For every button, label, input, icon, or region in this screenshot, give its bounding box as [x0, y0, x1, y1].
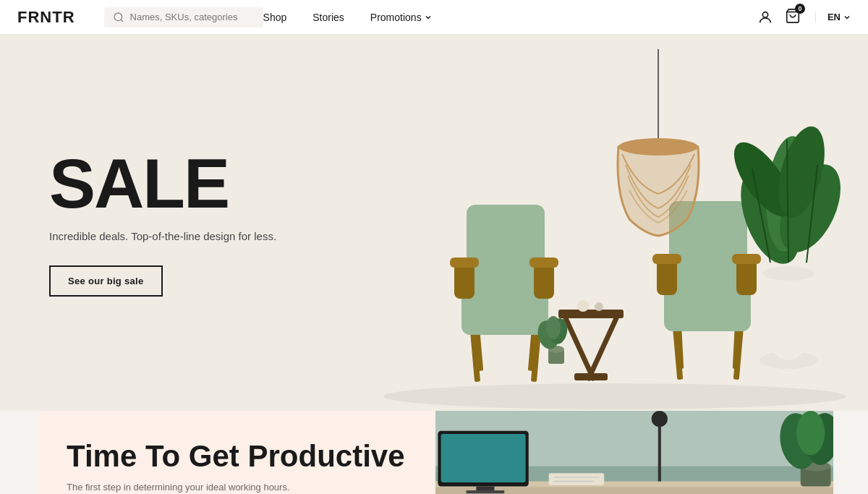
- promo-title: Time To Get Productive: [67, 440, 407, 473]
- search-input[interactable]: [130, 12, 255, 22]
- svg-point-51: [546, 316, 561, 339]
- svg-point-0: [114, 13, 122, 21]
- svg-line-18: [566, 318, 593, 378]
- hero-content: SALE Incredible deals. Top-of-the-line d…: [49, 149, 276, 297]
- svg-rect-16: [529, 257, 558, 268]
- nav-shop[interactable]: Shop: [263, 12, 287, 23]
- svg-rect-57: [441, 434, 526, 482]
- svg-rect-31: [657, 259, 677, 295]
- svg-point-21: [577, 300, 589, 312]
- nav-promotions[interactable]: Promotions: [370, 12, 432, 23]
- hero-image: [362, 35, 868, 411]
- svg-rect-12: [467, 205, 545, 223]
- cart-wrapper[interactable]: 0: [785, 8, 801, 27]
- promo-description: The first step in determining your ideal…: [67, 482, 407, 493]
- search-bar[interactable]: [104, 7, 263, 27]
- main-nav: Shop Stories Promotions: [263, 12, 757, 23]
- promo-image: [435, 411, 833, 494]
- svg-line-19: [589, 318, 616, 378]
- svg-rect-17: [558, 310, 624, 318]
- svg-rect-20: [574, 373, 608, 380]
- site-logo[interactable]: FRNTR: [17, 8, 75, 27]
- svg-rect-59: [466, 490, 504, 493]
- hero-cta-button[interactable]: See our big sale: [49, 265, 163, 297]
- promo-image-placeholder: [435, 411, 833, 494]
- svg-rect-32: [736, 259, 757, 295]
- cart-badge: 0: [795, 4, 805, 14]
- svg-rect-15: [450, 257, 479, 268]
- promo-section: Time To Get Productive The first step in…: [38, 411, 833, 494]
- lang-selector[interactable]: EN: [815, 12, 851, 22]
- hero-title: SALE: [49, 149, 276, 218]
- hero-section: SALE Incredible deals. Top-of-the-line d…: [0, 35, 868, 411]
- furniture-illustration: [369, 49, 861, 411]
- svg-point-2: [762, 12, 767, 17]
- svg-point-66: [796, 411, 825, 455]
- promo-section-wrapper: Time To Get Productive The first step in…: [0, 411, 868, 494]
- nav-stories[interactable]: Stories: [312, 12, 344, 23]
- svg-point-61: [652, 411, 668, 427]
- svg-rect-34: [732, 254, 761, 264]
- svg-rect-67: [549, 473, 605, 485]
- svg-line-1: [121, 20, 123, 22]
- svg-rect-13: [454, 263, 475, 299]
- lang-label: EN: [827, 12, 841, 22]
- site-header: FRNTR Shop Stories Promotions: [0, 0, 868, 35]
- svg-point-22: [595, 302, 603, 311]
- lang-chevron-icon: [843, 14, 851, 21]
- header-actions: 0 EN: [757, 8, 851, 27]
- svg-point-4: [383, 383, 846, 409]
- svg-point-36: [763, 266, 814, 281]
- chevron-down-icon: [425, 14, 432, 21]
- svg-rect-14: [534, 263, 554, 299]
- hero-subtitle: Incredible deals. Top-of-the-line design…: [49, 230, 276, 242]
- user-icon[interactable]: [757, 9, 773, 25]
- promo-text-area: Time To Get Productive The first step in…: [38, 411, 435, 494]
- search-icon: [113, 12, 124, 23]
- svg-rect-33: [652, 254, 681, 264]
